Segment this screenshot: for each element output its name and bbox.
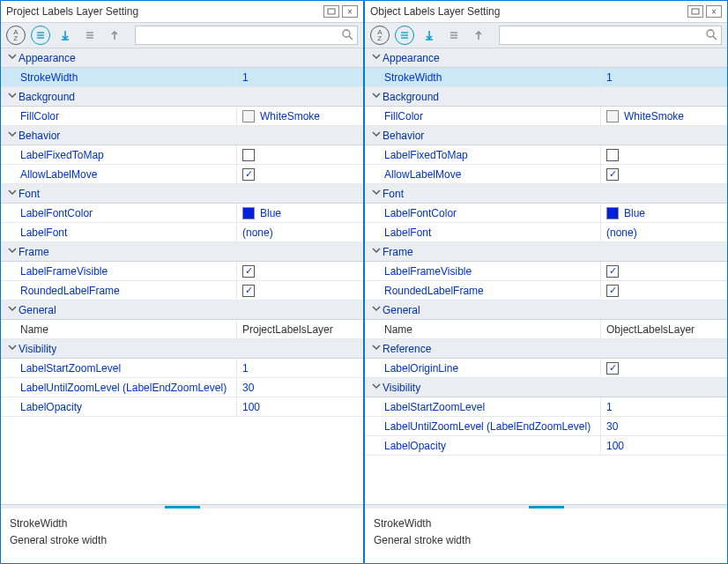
property-row[interactable]: LabelFrameVisible✓ (365, 262, 727, 281)
checkbox[interactable] (606, 149, 619, 161)
description-name: StrokeWidth (10, 516, 354, 532)
minimize-button[interactable] (687, 5, 703, 18)
property-value[interactable]: ProjectLabelsLayer (237, 320, 363, 338)
category-header[interactable]: Font (365, 184, 727, 204)
close-button[interactable]: × (706, 5, 722, 18)
property-row[interactable]: RoundedLabelFrame✓ (1, 281, 363, 301)
property-value[interactable]: WhiteSmoke (601, 107, 727, 125)
search-box[interactable] (135, 26, 358, 45)
property-value[interactable]: ✓ (601, 281, 727, 300)
minimize-button[interactable] (323, 5, 339, 18)
close-button[interactable]: × (342, 5, 358, 18)
property-row[interactable]: LabelFixedToMap (1, 145, 363, 165)
checkbox[interactable]: ✓ (242, 285, 255, 297)
property-value[interactable]: ✓ (237, 281, 363, 300)
checkbox[interactable]: ✓ (606, 168, 619, 181)
category-header[interactable]: Frame (365, 242, 727, 262)
property-value[interactable]: (none) (601, 223, 727, 241)
category-header[interactable]: General (1, 301, 363, 320)
group-icon[interactable] (395, 26, 414, 45)
property-row[interactable]: LabelFont(none) (1, 223, 363, 242)
import-icon[interactable] (420, 26, 439, 45)
property-value[interactable]: ✓ (601, 165, 727, 183)
property-value[interactable]: 100 (601, 436, 727, 455)
search-input[interactable] (139, 29, 341, 41)
property-value[interactable]: Blue (237, 204, 363, 222)
property-row[interactable]: LabelStartZoomLevel1 (365, 397, 727, 417)
color-swatch[interactable] (242, 207, 255, 219)
property-row[interactable]: LabelFontColorBlue (365, 204, 727, 223)
property-row[interactable]: StrokeWidth1 (365, 68, 727, 87)
search-box[interactable] (499, 26, 722, 45)
property-row[interactable]: LabelOpacity100 (365, 436, 727, 456)
category-header[interactable]: General (365, 301, 727, 320)
checkbox[interactable]: ✓ (606, 265, 619, 278)
property-value[interactable]: ✓ (601, 262, 727, 280)
category-header[interactable]: Reference (365, 339, 727, 359)
property-row[interactable]: AllowLabelMove✓ (1, 165, 363, 184)
property-row[interactable]: LabelStartZoomLevel1 (1, 359, 363, 378)
property-value[interactable]: 100 (237, 397, 363, 416)
category-header[interactable]: Frame (1, 242, 363, 262)
property-value[interactable]: ✓ (237, 165, 363, 183)
category-header[interactable]: Background (1, 87, 363, 107)
property-value[interactable]: 1 (237, 68, 363, 86)
property-value[interactable]: ✓ (601, 359, 727, 377)
property-value[interactable]: 1 (237, 359, 363, 377)
category-header[interactable]: Behavior (1, 126, 363, 145)
category-header[interactable]: Visibility (1, 339, 363, 359)
checkbox[interactable]: ✓ (606, 285, 619, 297)
property-name: LabelStartZoomLevel (365, 397, 601, 416)
property-row[interactable]: LabelOpacity100 (1, 397, 363, 417)
property-value[interactable] (237, 145, 363, 164)
property-row[interactable]: LabelFont(none) (365, 223, 727, 242)
checkbox[interactable]: ✓ (242, 265, 255, 278)
property-value[interactable]: 1 (601, 68, 727, 86)
property-value[interactable]: ObjectLabelsLayer (601, 320, 727, 338)
checkbox[interactable] (242, 149, 255, 161)
property-row[interactable]: LabelOriginLine✓ (365, 359, 727, 378)
property-row[interactable]: NameObjectLabelsLayer (365, 320, 727, 339)
category-header[interactable]: Visibility (365, 378, 727, 397)
category-header[interactable]: Font (1, 184, 363, 204)
checkbox[interactable]: ✓ (606, 362, 619, 375)
list-icon[interactable] (80, 26, 100, 45)
color-swatch[interactable] (242, 110, 255, 122)
checkbox[interactable]: ✓ (242, 168, 255, 181)
list-icon[interactable] (444, 26, 464, 45)
property-name: RoundedLabelFrame (365, 281, 601, 300)
property-row[interactable]: LabelUntilZoomLevel (LabelEndZoomLevel)3… (1, 378, 363, 397)
category-header[interactable]: Appearance (365, 48, 727, 68)
export-icon[interactable] (105, 26, 124, 45)
color-swatch[interactable] (606, 110, 619, 122)
property-value[interactable]: ✓ (237, 262, 363, 280)
search-input[interactable] (503, 29, 705, 41)
property-row[interactable]: AllowLabelMove✓ (365, 165, 727, 184)
sort-alpha-icon[interactable]: AZ (370, 26, 390, 45)
property-row[interactable]: FillColorWhiteSmoke (1, 107, 363, 126)
property-row[interactable]: NameProjectLabelsLayer (1, 320, 363, 339)
property-value[interactable]: WhiteSmoke (237, 107, 363, 125)
category-header[interactable]: Background (365, 87, 727, 107)
property-value[interactable]: 30 (237, 378, 363, 397)
category-header[interactable]: Behavior (365, 126, 727, 145)
property-row[interactable]: StrokeWidth1 (1, 68, 363, 87)
group-icon[interactable] (31, 26, 50, 45)
property-value[interactable]: 30 (601, 417, 727, 435)
property-grid: AppearanceStrokeWidth1BackgroundFillColo… (365, 48, 727, 504)
property-value[interactable]: 1 (601, 397, 727, 416)
export-icon[interactable] (469, 26, 488, 45)
property-row[interactable]: RoundedLabelFrame✓ (365, 281, 727, 301)
color-swatch[interactable] (606, 207, 619, 219)
property-value[interactable]: (none) (237, 223, 363, 241)
property-row[interactable]: LabelUntilZoomLevel (LabelEndZoomLevel)3… (365, 417, 727, 436)
property-row[interactable]: LabelFixedToMap (365, 145, 727, 165)
property-value[interactable] (601, 145, 727, 164)
import-icon[interactable] (56, 26, 75, 45)
property-value[interactable]: Blue (601, 204, 727, 222)
sort-alpha-icon[interactable]: AZ (6, 26, 26, 45)
category-header[interactable]: Appearance (1, 48, 363, 68)
property-row[interactable]: LabelFrameVisible✓ (1, 262, 363, 281)
property-row[interactable]: FillColorWhiteSmoke (365, 107, 727, 126)
property-row[interactable]: LabelFontColorBlue (1, 204, 363, 223)
